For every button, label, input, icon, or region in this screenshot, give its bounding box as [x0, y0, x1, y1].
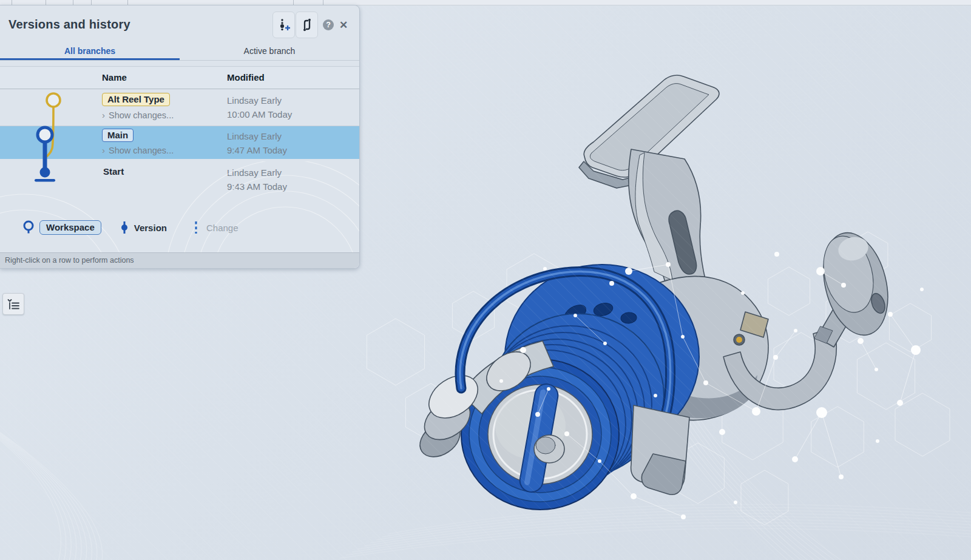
- version-rows: Alt Reel Type › Show changes... Lindsay …: [0, 89, 359, 198]
- chevron-right-icon: ›: [102, 146, 105, 155]
- change-icon: [191, 220, 201, 235]
- workspace-icon: [22, 220, 35, 235]
- modified-by: Lindsay Early: [227, 166, 287, 180]
- workspace-badge[interactable]: Alt Reel Type: [102, 93, 170, 106]
- show-changes-label: Show changes...: [109, 110, 174, 120]
- column-header-modified: Modified: [227, 72, 265, 83]
- help-icon[interactable]: ?: [323, 19, 334, 30]
- table-row-selected[interactable]: Main › Show changes... Lindsay Early 9:4…: [0, 126, 359, 159]
- create-version-button[interactable]: [272, 12, 295, 38]
- outline-list-button[interactable]: [2, 293, 24, 315]
- legend-change-label: Change: [206, 223, 239, 233]
- show-changes-link[interactable]: › Show changes...: [102, 110, 174, 120]
- panel-tabs: All branches Active branch: [0, 43, 359, 61]
- versions-history-panel: Versions and history ? ✕ All branches Ac…: [0, 5, 360, 269]
- compare-versions-icon: [300, 18, 314, 32]
- create-version-icon: [277, 18, 291, 32]
- modified-at: 9:43 AM Today: [227, 180, 287, 194]
- tab-all-branches[interactable]: All branches: [0, 43, 180, 60]
- modified-by: Lindsay Early: [227, 93, 292, 107]
- outline-list-icon: [6, 297, 21, 311]
- modified-at: 10:00 AM Today: [227, 107, 292, 121]
- modified-cell: Lindsay Early 10:00 AM Today: [227, 93, 292, 121]
- chevron-right-icon: ›: [102, 111, 105, 120]
- show-changes-link[interactable]: › Show changes...: [102, 146, 174, 155]
- close-icon[interactable]: ✕: [338, 19, 349, 30]
- modified-by: Lindsay Early: [227, 129, 287, 143]
- reel-3d-model: [413, 75, 898, 510]
- modified-cell: Lindsay Early 9:43 AM Today: [227, 166, 287, 194]
- legend-version-label: Version: [134, 223, 167, 233]
- compare-versions-button[interactable]: [296, 12, 318, 38]
- panel-title: Versions and history: [8, 18, 130, 32]
- version-name: Start: [103, 166, 124, 177]
- table-header: Name Modified: [0, 66, 359, 89]
- column-header-name: Name: [102, 72, 127, 83]
- legend-workspace-chip[interactable]: Workspace: [39, 220, 101, 235]
- modified-cell: Lindsay Early 9:47 AM Today: [227, 129, 287, 157]
- graph-legend: Workspace Version Change: [22, 217, 239, 238]
- table-row[interactable]: Alt Reel Type › Show changes... Lindsay …: [0, 89, 359, 126]
- version-icon: [120, 220, 129, 235]
- tab-active-branch[interactable]: Active branch: [180, 43, 359, 60]
- table-row[interactable]: Start Lindsay Early 9:43 AM Today: [0, 159, 359, 198]
- workspace-badge[interactable]: Main: [102, 129, 134, 142]
- panel-footer-hint: Right-click on a row to perform actions: [0, 252, 359, 268]
- show-changes-label: Show changes...: [109, 146, 174, 155]
- modified-at: 9:47 AM Today: [227, 143, 287, 157]
